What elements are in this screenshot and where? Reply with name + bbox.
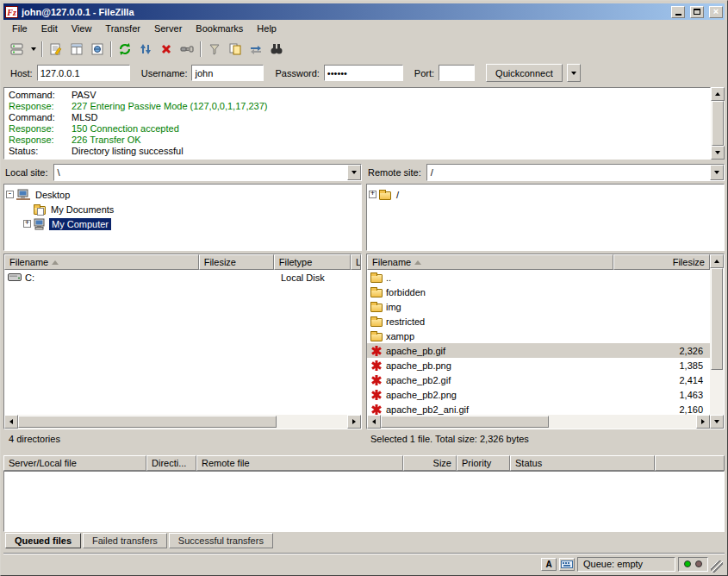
minimize-button[interactable]	[671, 6, 685, 18]
menu-server[interactable]: Server	[147, 21, 189, 36]
scroll-right-button[interactable]	[696, 415, 710, 429]
log-vertical-scrollbar[interactable]	[711, 87, 725, 160]
tree-item-label[interactable]: My Documents	[48, 203, 116, 216]
filter-button[interactable]	[204, 39, 225, 59]
file-row[interactable]: apache_pb2.png1,463	[367, 387, 710, 402]
port-input[interactable]	[439, 65, 475, 81]
file-row-selected[interactable]: apache_pb.gif2,326	[367, 343, 710, 358]
find-button[interactable]	[266, 39, 287, 59]
scrollbar-thumb[interactable]	[381, 416, 549, 428]
file-row[interactable]: C: Local Disk	[4, 270, 361, 285]
remote-site-dropdown-button[interactable]	[710, 165, 724, 180]
file-row[interactable]: forbidden	[367, 285, 710, 299]
expand-icon[interactable]: +	[23, 220, 31, 228]
file-row[interactable]: ..	[367, 270, 710, 285]
scrollbar-track[interactable]	[381, 415, 696, 429]
column-header-size[interactable]: Size	[403, 455, 457, 471]
column-header-filesize[interactable]: Filesize	[199, 254, 274, 270]
disconnect-button[interactable]	[177, 39, 197, 59]
remote-horizontal-scrollbar[interactable]	[367, 415, 710, 429]
collapse-icon[interactable]: -	[6, 191, 14, 198]
local-site-combobox[interactable]: \	[53, 164, 362, 181]
resize-grip[interactable]	[711, 560, 723, 573]
menu-edit[interactable]: Edit	[34, 21, 65, 36]
column-header-filename[interactable]: Filename	[4, 254, 199, 270]
column-header-status[interactable]: Status	[510, 455, 655, 471]
queue-list[interactable]	[3, 471, 725, 532]
tab-queued-files[interactable]: Queued files	[5, 533, 81, 548]
file-row[interactable]: apache_pb.png1,385	[367, 358, 710, 373]
tree-item-my-documents[interactable]: My Documents	[6, 202, 359, 216]
tree-item-my-computer[interactable]: + My Computer	[6, 216, 359, 231]
menu-view[interactable]: View	[65, 21, 99, 36]
site-manager-dropdown-button[interactable]	[28, 39, 39, 59]
menu-transfer[interactable]: Transfer	[98, 21, 147, 36]
menu-file[interactable]: File	[5, 21, 34, 36]
quickconnect-dropdown-button[interactable]	[567, 64, 581, 82]
scroll-down-button[interactable]	[711, 146, 725, 160]
scroll-down-button[interactable]	[710, 415, 724, 429]
titlebar[interactable]: Fz john@127.0.0.1 - FileZilla ×	[3, 3, 725, 20]
menu-bookmarks[interactable]: Bookmarks	[189, 21, 250, 36]
expand-icon[interactable]: +	[369, 191, 376, 198]
file-row[interactable]: apache_pb2.gif2,414	[367, 373, 710, 387]
file-row[interactable]: xampp	[367, 329, 710, 343]
cancel-button[interactable]	[156, 39, 177, 59]
local-site-dropdown-button[interactable]	[347, 165, 361, 180]
site-manager-button[interactable]	[7, 39, 28, 59]
column-header-filename[interactable]: Filename	[367, 254, 613, 270]
username-input[interactable]	[191, 65, 264, 81]
column-header-remote-file[interactable]: Remote file	[196, 455, 403, 471]
scrollbar-track[interactable]	[710, 268, 724, 415]
compare-button[interactable]	[225, 39, 246, 59]
folder-icon	[370, 304, 383, 312]
computer-icon	[34, 218, 47, 230]
scrollbar-thumb[interactable]	[711, 268, 723, 370]
host-input[interactable]	[37, 65, 130, 81]
transfer-type-icon[interactable]: A	[541, 558, 557, 571]
process-queue-button[interactable]	[135, 39, 156, 59]
tree-item-label[interactable]: My Computer	[49, 218, 111, 230]
scrollbar-thumb[interactable]	[18, 416, 277, 428]
tree-item-desktop[interactable]: - Desktop	[6, 187, 359, 202]
tree-item-label[interactable]: /	[394, 189, 401, 201]
column-header-direction[interactable]: Directi...	[146, 455, 196, 471]
file-row[interactable]: apache_pb2_ani.gif2,160	[367, 402, 710, 415]
tab-failed-transfers[interactable]: Failed transfers	[83, 533, 167, 548]
toggle-local-tree-button[interactable]	[66, 39, 87, 59]
scrollbar-track[interactable]	[18, 415, 347, 429]
scroll-up-button[interactable]	[710, 254, 724, 268]
scroll-left-button[interactable]	[367, 415, 381, 429]
scrollbar-track[interactable]	[711, 101, 725, 146]
scroll-right-button[interactable]	[347, 415, 361, 429]
toggle-remote-tree-button[interactable]	[87, 39, 108, 59]
keyboard-icon[interactable]	[559, 558, 575, 571]
toggle-message-log-button[interactable]	[46, 39, 66, 59]
column-header-filesize[interactable]: Filesize	[613, 254, 710, 270]
scrollbar-thumb[interactable]	[712, 101, 724, 146]
remote-site-combobox[interactable]: /	[426, 164, 725, 181]
maximize-button[interactable]	[690, 6, 704, 18]
tree-item-root[interactable]: + /	[369, 187, 722, 202]
local-horizontal-scrollbar[interactable]	[4, 415, 361, 429]
scroll-up-icon	[714, 260, 719, 263]
tab-successful-transfers[interactable]: Successful transfers	[169, 533, 273, 548]
file-row[interactable]: restricted	[367, 314, 710, 329]
minimize-icon	[675, 14, 681, 16]
quickconnect-button[interactable]: Quickconnect	[486, 64, 563, 82]
remote-vertical-scrollbar[interactable]	[710, 254, 724, 429]
menu-help[interactable]: Help	[250, 21, 283, 36]
column-header-priority[interactable]: Priority	[457, 455, 510, 471]
column-header-filetype[interactable]: Filetype	[274, 254, 351, 270]
column-header-last-modified[interactable]: L	[351, 254, 361, 270]
column-header-server-local-file[interactable]: Server/Local file	[3, 455, 146, 471]
close-button[interactable]: ×	[709, 6, 723, 18]
sync-browse-button[interactable]	[246, 39, 266, 59]
refresh-button[interactable]	[115, 39, 135, 59]
scroll-up-button[interactable]	[711, 87, 725, 101]
password-input[interactable]	[324, 65, 403, 81]
scroll-left-button[interactable]	[4, 415, 18, 429]
username-label: Username:	[141, 68, 188, 78]
tree-item-label[interactable]: Desktop	[33, 189, 72, 201]
file-row[interactable]: img	[367, 299, 710, 314]
